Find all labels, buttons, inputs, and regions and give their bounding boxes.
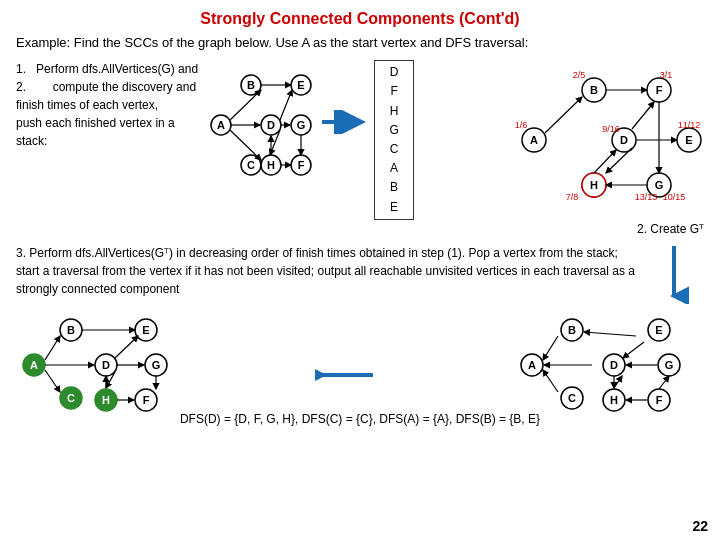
page-subtitle: Example: Find the SCCs of the graph belo… — [16, 34, 704, 52]
svg-line-52 — [632, 102, 654, 129]
svg-text:H: H — [590, 179, 598, 191]
svg-text:10/15: 10/15 — [663, 192, 686, 202]
svg-text:D: D — [102, 359, 110, 371]
right-graph-area: A B 2/5 F 3/1 D 9/16 C E 11/12 — [504, 60, 704, 236]
svg-text:3/1: 3/1 — [660, 70, 673, 80]
svg-text:G: G — [152, 359, 161, 371]
left-area: 1. Perform dfs.AllVertices(G) and 2. com… — [16, 60, 504, 220]
page-title: Strongly Connected Components (Cont'd) — [16, 10, 704, 28]
svg-text:A: A — [530, 134, 538, 146]
svg-line-56 — [594, 150, 616, 173]
bottom-right-graph: A B C D E G H F — [514, 310, 704, 410]
svg-text:G: G — [297, 119, 306, 131]
svg-line-55 — [606, 148, 632, 173]
svg-line-50 — [545, 97, 582, 133]
svg-text:E: E — [297, 79, 304, 91]
finish-times-graph: A B 2/5 F 3/1 D 9/16 C E 11/12 — [504, 60, 704, 215]
page-number: 22 — [692, 518, 708, 534]
svg-text:B: B — [67, 324, 75, 336]
svg-text:E: E — [655, 324, 662, 336]
svg-line-77 — [45, 370, 60, 392]
svg-text:13/13: 13/13 — [635, 192, 658, 202]
svg-text:H: H — [267, 159, 275, 171]
svg-text:D: D — [620, 134, 628, 146]
svg-line-16 — [230, 90, 261, 120]
step1-text: 1. Perform dfs.AllVertices(G) and — [16, 60, 198, 78]
svg-text:C: C — [67, 392, 75, 404]
svg-line-107 — [623, 342, 644, 358]
svg-line-106 — [584, 332, 636, 336]
bottom-section: A B C D E G H F — [16, 310, 704, 410]
stack-area: DFHGCABE — [374, 60, 414, 220]
svg-line-17 — [230, 130, 261, 160]
svg-text:E: E — [685, 134, 692, 146]
scc-graph-left: A B C D E G H F — [16, 310, 176, 420]
svg-text:D: D — [267, 119, 275, 131]
step3-text: 3. Perform dfs.AllVertices(Gᵀ) in decrea… — [16, 244, 644, 298]
svg-text:A: A — [30, 359, 38, 371]
svg-text:C: C — [568, 392, 576, 404]
steps-list: 1. Perform dfs.AllVertices(G) and 2. com… — [16, 60, 198, 150]
original-graph: A B C D E G — [206, 60, 316, 190]
svg-text:D: D — [610, 359, 618, 371]
svg-line-104 — [543, 370, 558, 392]
svg-line-20 — [280, 90, 292, 120]
arrow-down-right — [644, 244, 704, 304]
arrow-left-area — [315, 330, 375, 390]
middle-section: 3. Perform dfs.AllVertices(Gᵀ) in decrea… — [16, 244, 704, 304]
svg-line-76 — [45, 336, 60, 360]
graph-svg: A B C D E G — [206, 60, 316, 190]
svg-text:B: B — [590, 84, 598, 96]
svg-text:C: C — [247, 159, 255, 171]
stack-box: DFHGCABE — [374, 60, 414, 220]
svg-text:F: F — [656, 394, 663, 406]
step3-detail: finish times of each vertex,push each fi… — [16, 96, 198, 150]
svg-text:7/8: 7/8 — [566, 192, 579, 202]
svg-text:F: F — [298, 159, 305, 171]
svg-text:F: F — [143, 394, 150, 406]
svg-text:E: E — [142, 324, 149, 336]
svg-text:A: A — [528, 359, 536, 371]
svg-text:G: G — [655, 179, 664, 191]
svg-line-103 — [543, 336, 558, 360]
svg-text:A: A — [217, 119, 225, 131]
page: Strongly Connected Components (Cont'd) E… — [0, 0, 720, 540]
bottom-left-graph: A B C D E G H F — [16, 310, 176, 410]
svg-text:G: G — [665, 359, 674, 371]
svg-text:H: H — [610, 394, 618, 406]
svg-text:B: B — [568, 324, 576, 336]
arrow-right — [320, 110, 370, 134]
svg-line-80 — [115, 336, 138, 358]
gt-graph: A B C D E G H F — [514, 310, 704, 420]
step2-text: 2. compute the discovery and — [16, 78, 198, 96]
svg-line-112 — [659, 376, 669, 389]
svg-text:H: H — [102, 394, 110, 406]
svg-text:B: B — [247, 79, 255, 91]
svg-text:2/5: 2/5 — [573, 70, 586, 80]
top-section: 1. Perform dfs.AllVertices(G) and 2. com… — [16, 60, 704, 236]
svg-text:F: F — [656, 84, 663, 96]
svg-text:11/12: 11/12 — [678, 120, 701, 130]
create-gt-label: 2. Create Gᵀ — [504, 222, 704, 236]
svg-text:9/16: 9/16 — [602, 124, 620, 134]
svg-line-109 — [614, 376, 622, 388]
svg-text:1/6: 1/6 — [515, 120, 528, 130]
